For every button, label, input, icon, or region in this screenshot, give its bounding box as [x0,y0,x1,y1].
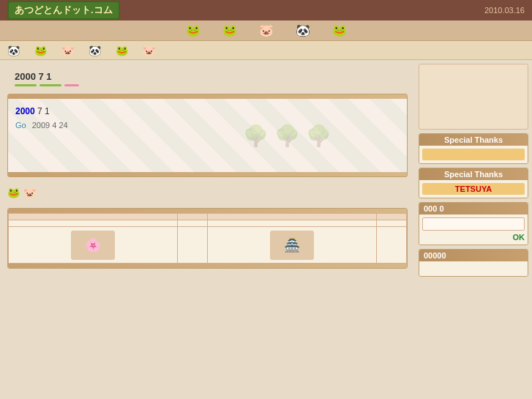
header-date: 2010.03.16 [484,6,525,15]
logo-text: あつどとんドット.コム [15,4,113,15]
sub-icon-6[interactable]: 🐷 [143,45,155,56]
sidebar-banner [419,64,528,130]
post-goto-date: 2009 4 24 [32,121,68,130]
table-col-4 [376,214,406,220]
underline-green-2 [40,84,61,86]
underline-green [15,84,37,86]
nav-icon-1[interactable]: 🐸 [186,23,201,37]
sub-icon-1[interactable]: 🐼 [7,45,20,56]
post-body: 🌳 🌳 🌳 2000 7 1 Go 2009 4 24 [8,99,407,172]
content-area: 2000 7 1 🌳 🌳 🌳 2000 7 1 Go 2009 [0,60,415,399]
special-thanks-header-1: Special Thanks [419,134,528,146]
sub-icon-3[interactable]: 🐷 [61,45,74,56]
table-row [9,220,407,227]
table-cell-1-4 [376,220,406,227]
animal-icon-frog[interactable]: 🐸 [7,187,20,198]
post-goto-area: Go 2009 4 24 [15,121,400,130]
table-footer-bar [8,264,407,268]
sidebar-input-body: OK [419,215,528,245]
nav-icon-2[interactable]: 🐸 [222,23,237,37]
main-layout: 2000 7 1 🌳 🌳 🌳 2000 7 1 Go 2009 [0,60,532,399]
table-image-2: 🏯 [270,231,314,260]
table-cell-2-4 [376,227,406,264]
table-header-row [9,214,407,220]
animal-icons-row: 🐸 🐷 [7,183,408,202]
underline-pink [64,84,79,86]
sidebar-input-header: 000 0 [419,203,528,215]
sidebar-ok-button[interactable]: OK [422,233,525,242]
sidebar-bottom-body [419,261,528,276]
table-cell-1-2 [177,220,207,227]
post-title-label: 2000 [15,106,35,116]
table-row: 🌸 🏯 [9,227,407,264]
special-thanks-body-2: TETSUYA [419,180,528,198]
nav-icon-3[interactable]: 🐷 [259,23,274,37]
sidebar-bottom-section: 00000 [419,249,528,277]
title-underline [15,84,400,86]
animal-icon-pig[interactable]: 🐷 [23,187,36,198]
special-thanks-box-2: Special Thanks TETSUYA [419,168,528,198]
header: あつどとんドット.コム 2010.03.16 [0,0,532,20]
post-title-row: 2000 7 1 [15,106,400,116]
nav-icons-bar: 🐸 🐸 🐷 🐼 🐸 [0,20,532,41]
sub-nav-icons-bar: 🐼 🐸 🐷 🐼 🐸 🐷 [0,41,532,60]
table-cell-2-2 [177,227,207,264]
sidebar-input-box: 000 0 OK [419,202,528,245]
page-title: 2000 7 1 [15,71,400,82]
post-panel-footer-bar [8,172,407,176]
sub-icon-2[interactable]: 🐸 [34,45,47,56]
nav-icon-5[interactable]: 🐸 [332,23,347,37]
nav-icon-4[interactable]: 🐼 [296,23,310,37]
special-thanks-name-1 [422,149,525,160]
special-thanks-name-2: TETSUYA [422,183,525,195]
special-thanks-body-1 [419,146,528,163]
sub-icon-5[interactable]: 🐸 [116,45,128,56]
post-panel: 🌳 🌳 🌳 2000 7 1 Go 2009 4 24 [7,94,408,177]
sidebar-input-field[interactable] [422,217,525,231]
table-cell-2-3: 🏯 [207,227,376,264]
table-col-3 [207,214,376,220]
post-title-suffix: 7 1 [37,106,50,116]
sidebar: Special Thanks Special Thanks TETSUYA 00… [415,60,532,399]
table-cell-1-3 [207,220,376,227]
table-section: 🌸 🏯 [7,208,408,269]
post-goto-label[interactable]: Go [15,121,26,130]
special-thanks-box-1: Special Thanks [419,133,528,164]
site-logo[interactable]: あつどとんドット.コム [7,1,120,20]
table-cell-1-1 [9,220,178,227]
sidebar-bottom-header: 00000 [419,250,528,261]
table-cell-2-1: 🌸 [9,227,178,264]
table-col-1 [9,214,178,220]
data-table: 🌸 🏯 [8,213,407,264]
table-image-1: 🌸 [71,231,115,260]
page-title-section: 2000 7 1 [7,67,408,90]
table-col-2 [177,214,207,220]
sub-icon-4[interactable]: 🐼 [89,45,101,56]
special-thanks-header-2: Special Thanks [419,168,528,180]
